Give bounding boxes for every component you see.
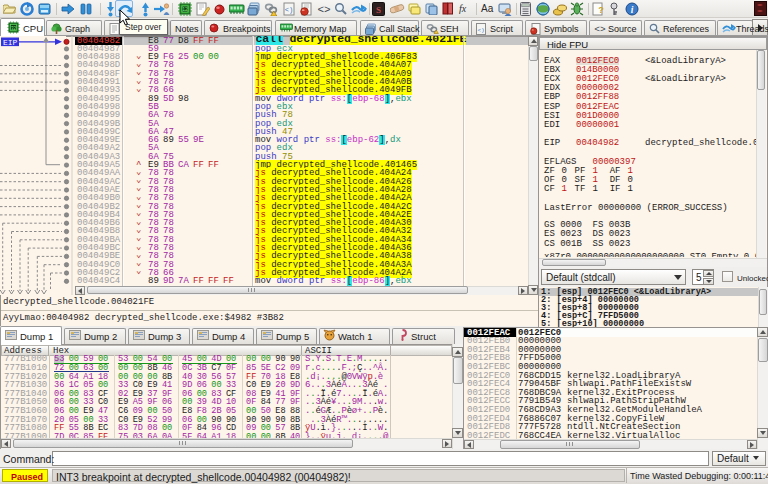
svg-text:EIP: EIP xyxy=(3,38,18,47)
svg-text:i: i xyxy=(631,5,634,15)
svg-text:Aa: Aa xyxy=(481,3,494,14)
svg-text:fx: fx xyxy=(459,3,467,14)
svg-text:<): <) xyxy=(477,27,484,34)
svg-text:S: S xyxy=(376,5,381,15)
svg-text:12: 12 xyxy=(182,6,188,12)
svg-text:<>: <> xyxy=(317,4,330,15)
svg-text:<>: <> xyxy=(594,24,606,34)
svg-text:<): <) xyxy=(285,6,293,14)
svg-text:?: ? xyxy=(598,5,604,15)
svg-text:32: 32 xyxy=(11,26,17,31)
